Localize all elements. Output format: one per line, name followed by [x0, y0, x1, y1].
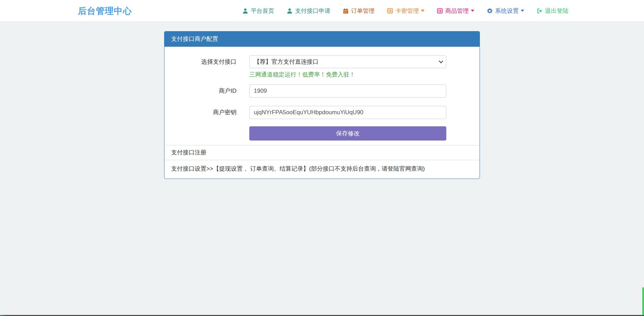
- nav-item-platform-home[interactable]: 平台首页: [242, 7, 274, 15]
- nav-item-label: 订单管理: [351, 7, 375, 15]
- nav-item-label: 支付接口申请: [295, 7, 330, 15]
- merchant-config-panel: 支付接口商户配置 选择支付接口 【荐】官方支付直连接口 三网通道稳定运行！低费率…: [164, 31, 480, 179]
- calendar-icon: [343, 8, 349, 14]
- nav-item-label: 系统设置: [495, 7, 519, 15]
- nav-item-system-settings[interactable]: 系统设置: [487, 7, 524, 15]
- list-icon: [387, 8, 393, 14]
- interface-hint-text: 三网通道稳定运行！低费率！免费入驻！: [249, 70, 446, 79]
- chevron-down-icon: [421, 10, 424, 12]
- top-navbar: 后台管理中心 平台首页 支付接口申请 订单管理 卡密管理: [0, 0, 644, 22]
- payment-interface-register-link[interactable]: 支付接口注册: [164, 145, 480, 160]
- save-row: 保存修改: [164, 126, 480, 141]
- interface-select-label: 选择支付接口: [164, 55, 236, 79]
- user-icon: [242, 8, 248, 14]
- list-icon: [437, 8, 443, 14]
- save-button[interactable]: 保存修改: [249, 126, 446, 141]
- merchant-key-row: 商户密钥: [164, 106, 480, 119]
- chevron-down-icon: [521, 10, 524, 12]
- main-nav: 平台首页 支付接口申请 订单管理 卡密管理 商品管理: [242, 7, 569, 15]
- nav-item-label: 平台首页: [251, 7, 274, 15]
- selected-interface-option: 【荐】官方支付直连接口: [254, 58, 319, 66]
- nav-item-logout[interactable]: 退出登陆: [537, 7, 569, 15]
- scrollbar-thumb[interactable]: [642, 287, 644, 315]
- nav-item-product-management[interactable]: 商品管理: [437, 7, 474, 15]
- payment-interface-settings-link[interactable]: 支付接口设置>>【提现设置 、订单查询、结算记录】(部分接口不支持后台查询，请登…: [164, 160, 480, 179]
- nav-item-label: 卡密管理: [395, 7, 419, 15]
- merchant-id-row: 商户ID: [164, 84, 480, 98]
- merchant-id-label: 商户ID: [164, 84, 236, 98]
- merchant-config-form: 选择支付接口 【荐】官方支付直连接口 三网通道稳定运行！低费率！免费入驻！ 商户…: [164, 47, 480, 145]
- nav-item-label: 退出登陆: [545, 7, 569, 15]
- chevron-down-icon: [471, 10, 474, 12]
- nav-item-card-key-management[interactable]: 卡密管理: [387, 7, 424, 15]
- nav-item-payment-apply[interactable]: 支付接口申请: [287, 7, 330, 15]
- merchant-key-input[interactable]: [249, 106, 446, 119]
- merchant-key-label: 商户密钥: [164, 106, 236, 119]
- user-icon: [287, 8, 293, 14]
- brand-title[interactable]: 后台管理中心: [78, 5, 132, 17]
- payment-interface-select[interactable]: 【荐】官方支付直连接口: [249, 55, 446, 68]
- chevron-down-icon: [439, 59, 443, 63]
- logout-icon: [537, 8, 543, 14]
- gear-icon: [487, 8, 493, 14]
- nav-item-label: 商品管理: [445, 7, 469, 15]
- interface-select-row: 选择支付接口 【荐】官方支付直连接口 三网通道稳定运行！低费率！免费入驻！: [164, 55, 480, 79]
- merchant-id-input[interactable]: [249, 84, 446, 98]
- panel-title: 支付接口商户配置: [164, 31, 480, 47]
- nav-item-order-management[interactable]: 订单管理: [343, 7, 375, 15]
